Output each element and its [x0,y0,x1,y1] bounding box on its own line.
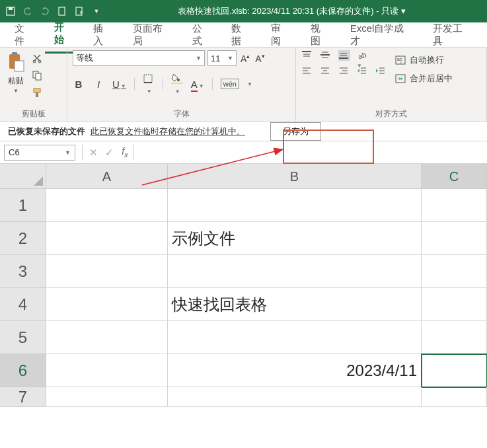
phonetic-button[interactable]: wén [221,79,239,89]
fx-icon[interactable]: fx [117,146,133,159]
format-painter-icon[interactable] [30,86,44,99]
spreadsheet-grid: A B C 1 2示例文件 3 4快速找回表格 5 62023/4/11 7 [0,164,487,407]
cell-B5[interactable] [168,321,422,354]
fill-color-button[interactable]: ▼ [171,73,183,95]
name-box-value: C6 [9,147,20,157]
enter-formula-icon[interactable]: ✓ [101,147,117,159]
svg-rect-2 [59,7,65,15]
saveas-button[interactable]: 另存为 [270,122,321,141]
cell-C2[interactable] [422,222,487,255]
new-icon[interactable] [57,6,67,17]
decrease-font-icon[interactable]: A▾ [254,53,266,64]
name-box[interactable]: C6▼ [4,145,75,161]
cell-B2[interactable]: 示例文件 [168,222,422,255]
row-header-7[interactable]: 7 [0,387,46,407]
cut-icon[interactable] [30,52,44,65]
save-icon[interactable] [5,6,16,17]
font-color-button[interactable]: A▼ [191,79,204,90]
wrap-text-label: 自动换行 [410,54,444,66]
cell-A5[interactable] [46,321,168,354]
cell-C1[interactable] [422,189,487,222]
svg-rect-13 [144,75,152,83]
undo-icon[interactable] [22,6,33,17]
cell-C6[interactable] [422,354,487,387]
svg-text:ab: ab [357,50,367,59]
group-font: 等线▼ 11▼ A▴ A▾ B I U▼ ▼ ▼ A▼ wén▼ 字体 [67,48,296,121]
cancel-formula-icon[interactable]: ✕ [85,147,101,159]
select-all-corner[interactable] [0,164,46,189]
group-label-align: 对齐方式 [301,107,481,120]
cell-B3[interactable] [168,255,422,288]
svg-text:ab: ab [397,57,402,61]
col-header-B[interactable]: B [168,164,422,189]
row-header-3[interactable]: 3 [0,255,46,288]
quick-access-toolbar: ▼ [5,6,102,17]
italic-button[interactable]: I [93,79,104,90]
cell-B7[interactable] [168,387,422,407]
svg-rect-1 [9,7,13,10]
align-middle-icon[interactable] [320,50,332,61]
align-right-icon[interactable] [338,66,350,77]
row-header-1[interactable]: 1 [0,189,46,222]
cell-A1[interactable] [46,189,168,222]
align-center-icon[interactable] [320,66,332,77]
merge-center-label: 合并后居中 [410,73,453,85]
font-size-select[interactable]: 11▼ [207,50,237,66]
svg-rect-5 [12,52,17,56]
svg-rect-12 [36,93,38,97]
paste-dropdown-icon[interactable]: ▼ [13,88,19,94]
wrap-text-button[interactable]: ab自动换行 [395,54,453,66]
ribbon-tabs: 文件 开始 插入 页面布局 公式 数据 审阅 视图 Excel自学成才 开发工具 [0,22,487,48]
formula-input[interactable] [133,145,487,161]
group-alignment: ab▼ ab自动换行 合并后居中 对齐方式 [296,48,487,121]
align-top-icon[interactable] [301,50,313,61]
redo-icon[interactable] [40,6,50,17]
svg-rect-10 [36,73,41,80]
decrease-indent-icon[interactable] [357,66,369,77]
align-bottom-icon[interactable] [338,50,350,61]
increase-indent-icon[interactable] [375,66,387,77]
align-left-icon[interactable] [301,66,313,77]
paste-button[interactable] [5,50,26,74]
window-title: 表格快速找回.xlsb: 2023/4/11 20:31 (未保存的文件) - … [102,5,482,17]
cell-A4[interactable] [46,288,168,321]
row-header-6[interactable]: 6 [0,354,46,387]
formula-bar: C6▼ ✕ ✓ fx [0,141,487,164]
paste-label: 粘贴 [8,75,24,87]
increase-font-icon[interactable]: A▴ [239,53,251,64]
bold-button[interactable]: B [73,79,85,90]
cell-A3[interactable] [46,255,168,288]
merge-center-button[interactable]: 合并后居中 [395,73,453,85]
cell-B6[interactable]: 2023/4/11 [168,354,422,387]
row-header-4[interactable]: 4 [0,288,46,321]
cell-A7[interactable] [46,387,168,407]
col-header-C[interactable]: C [422,164,487,189]
cell-B4[interactable]: 快速找回表格 [168,288,422,321]
group-label-font: 字体 [73,107,290,120]
font-size-value: 11 [211,54,220,63]
row-header-5[interactable]: 5 [0,321,46,354]
recovery-title: 已恢复未保存的文件 [8,126,85,137]
cell-C4[interactable] [422,288,487,321]
svg-rect-11 [34,89,40,93]
row-header-2[interactable]: 2 [0,222,46,255]
open-icon[interactable] [74,6,85,17]
group-clipboard: 粘贴 ▼ 剪贴板 [0,48,67,121]
border-button[interactable]: ▼ [143,73,155,95]
qat-dropdown-icon[interactable]: ▼ [91,6,102,17]
svg-point-15 [177,79,180,81]
group-label-clipboard: 剪贴板 [5,107,61,120]
cell-C3[interactable] [422,255,487,288]
cell-B1[interactable] [168,189,422,222]
underline-button[interactable]: U▼ [112,79,126,90]
recovery-message: 此已恢复文件临时存储在您的计算机中。 [91,126,245,137]
cell-C5[interactable] [422,321,487,354]
svg-rect-6 [15,61,24,71]
cell-A2[interactable] [46,222,168,255]
copy-icon[interactable] [30,69,44,82]
cell-C7[interactable] [422,387,487,407]
col-header-A[interactable]: A [46,164,168,189]
font-name-select[interactable]: 等线▼ [73,50,205,66]
orientation-icon[interactable]: ab▼ [357,50,369,61]
cell-A6[interactable] [46,354,168,387]
